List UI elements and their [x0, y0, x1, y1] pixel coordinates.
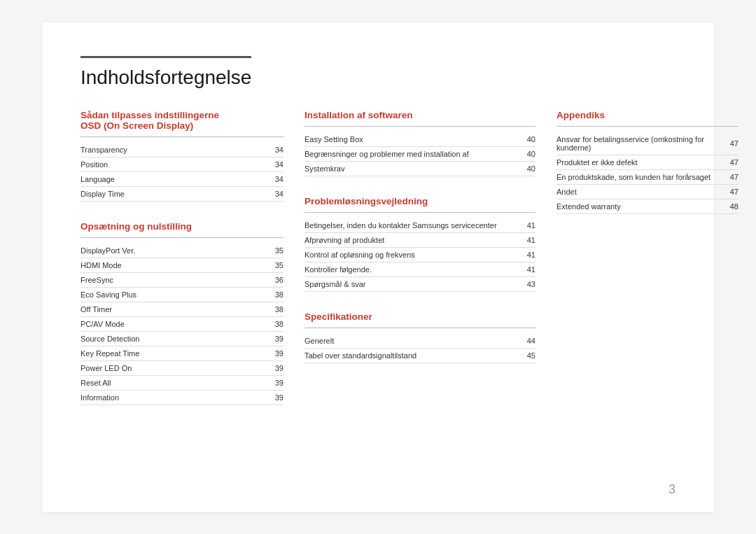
section-reset-title: Opsætning og nulstilling	[80, 221, 284, 232]
table-row: Produktet er ikke defekt47	[556, 155, 738, 169]
column-3: Appendiks Ansvar for betalingsservice (o…	[556, 110, 738, 425]
section-osd: Sådan tilpasses indstillingerneOSD (On S…	[80, 110, 284, 202]
table-row: HDMI Mode35	[80, 258, 284, 272]
table-row: Betingelser, inden du kontakter Samsungs…	[304, 218, 536, 233]
table-row: Information39	[80, 390, 284, 405]
table-row: Language34	[80, 171, 284, 186]
appendix-table: Ansvar for betalingsservice (omkostning …	[556, 132, 738, 214]
table-row: Andet47	[556, 184, 738, 199]
section-appendix-title: Appendiks	[556, 110, 738, 120]
table-row: Tabel over standardsignaltilstand45	[304, 348, 536, 363]
install-table: Easy Setting Box40Begrænsninger og probl…	[304, 132, 536, 176]
column-1: Sådan tilpasses indstillingerneOSD (On S…	[80, 110, 284, 425]
table-row: Eco Saving Plus38	[80, 287, 284, 302]
section-reset: Opsætning og nulstilling DisplayPort Ver…	[80, 221, 284, 405]
table-row: Generelt44	[304, 334, 536, 349]
table-row: Kontroller følgende.41	[304, 262, 536, 276]
section-problem-title: Problemløsningsvejledning	[304, 196, 536, 206]
section-install: Installation af softwaren Easy Setting B…	[304, 110, 536, 176]
osd-table: Transparency34Position34Language34Displa…	[80, 143, 284, 202]
content-grid: Sådan tilpasses indstillingerneOSD (On S…	[80, 110, 676, 425]
section-install-title: Installation af softwaren	[304, 110, 536, 120]
table-row: Ansvar for betalingsservice (omkostning …	[556, 132, 738, 155]
reset-table: DisplayPort Ver.35HDMI Mode35FreeSync36E…	[80, 244, 284, 405]
section-spec-title: Specifikationer	[304, 311, 536, 322]
column-2: Installation af softwaren Easy Setting B…	[304, 110, 536, 425]
table-row: Off Timer38	[80, 302, 284, 316]
table-row: Kontrol af opløsning og frekvens41	[304, 247, 536, 262]
document-page: Indholdsfortegnelse Sådan tilpasses inds…	[42, 22, 714, 512]
table-row: Easy Setting Box40	[304, 132, 536, 147]
table-row: Transparency34	[80, 143, 284, 157]
table-row: PC/AV Mode38	[80, 316, 284, 331]
table-row: DisplayPort Ver.35	[80, 244, 284, 258]
section-appendix: Appendiks Ansvar for betalingsservice (o…	[556, 110, 738, 214]
section-osd-title: Sådan tilpasses indstillingerneOSD (On S…	[80, 110, 284, 131]
table-row: FreeSync36	[80, 272, 284, 287]
section-spec: Specifikationer Generelt44Tabel over sta…	[304, 311, 536, 363]
table-row: Display Time34	[80, 186, 284, 201]
page-number: 3	[668, 482, 676, 497]
table-row: Reset All39	[80, 375, 284, 390]
table-row: Power LED On39	[80, 360, 284, 375]
table-row: Begrænsninger og problemer med installat…	[304, 146, 536, 161]
table-row: En produktskade, som kunden har forårsag…	[556, 169, 738, 184]
table-row: Key Repeat Time39	[80, 346, 284, 360]
table-row: Position34	[80, 157, 284, 171]
table-row: Source Detection39	[80, 331, 284, 346]
table-row: Afprøvning af produktet41	[304, 232, 536, 247]
table-row: Spørgsmål & svar43	[304, 276, 536, 291]
table-row: Extended warranty48	[556, 199, 738, 213]
problem-table: Betingelser, inden du kontakter Samsungs…	[304, 218, 536, 292]
table-row: Systemkrav40	[304, 161, 536, 176]
spec-table: Generelt44Tabel over standardsignaltilst…	[304, 334, 536, 363]
page-title: Indholdsfortegnelse	[80, 56, 251, 89]
section-problem: Problemløsningsvejledning Betingelser, i…	[304, 196, 536, 292]
